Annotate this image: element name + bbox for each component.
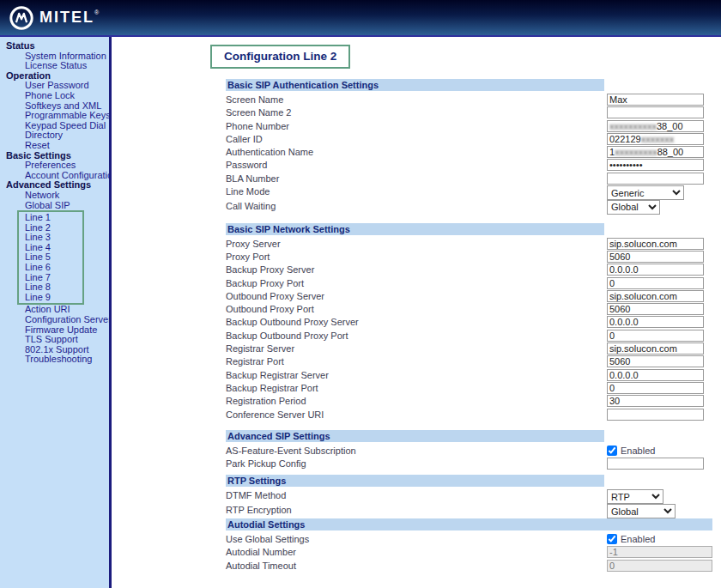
field-control-screen-name-2: [607, 106, 704, 118]
field-label-registration-period: Registration Period: [226, 396, 306, 406]
sidebar-item-phone-lock[interactable]: Phone Lock: [0, 91, 109, 101]
field-row-backup-proxy-port: Backup Proxy Port: [226, 277, 712, 290]
field-row-registrar-server: Registrar Server: [226, 342, 712, 355]
field-control-bla-number: [607, 173, 704, 185]
sidebar-item-troubleshooting[interactable]: Troubleshooting: [0, 355, 109, 365]
field-control-proxy-server: [607, 238, 704, 250]
app-header: MITEL ®: [0, 0, 721, 37]
field-control-phone-number: xxxxxxxxxx38_00: [607, 120, 704, 134]
sidebar-nav: StatusSystem InformationLicense StatusOp…: [0, 37, 112, 588]
sidebar-item-configuration-server[interactable]: Configuration Server: [0, 315, 109, 325]
line-mode-select[interactable]: Generic: [607, 185, 684, 200]
field-label-outbound-proxy-server: Outbound Proxy Server: [226, 291, 324, 301]
field-label-autodial-number: Autodial Number: [226, 547, 296, 557]
field-label-line-mode: Line Mode: [226, 186, 270, 197]
field-label-phone-number: Phone Number: [226, 121, 289, 131]
field-row-backup-proxy-server: Backup Proxy Server: [226, 264, 712, 276]
caller-id-input[interactable]: 022129xxxxxxx: [607, 133, 704, 145]
registrar-port-input[interactable]: [607, 355, 704, 367]
backup-outbound-proxy-port-input[interactable]: [607, 330, 704, 342]
field-row-park-pickup-config: Park Pickup Config: [226, 458, 712, 470]
visible-text: 38_00: [657, 121, 683, 131]
outbound-proxy-port-input[interactable]: [607, 303, 704, 315]
screen-name-input[interactable]: [607, 94, 704, 106]
field-label-park-pickup-config: Park Pickup Config: [226, 458, 306, 469]
settings-form: Basic SIP Authentication SettingsScreen …: [226, 79, 712, 573]
mitel-logo-icon: [9, 5, 34, 31]
field-control-outbound-proxy-port: [607, 303, 704, 315]
field-label-as-feature-event-subscription: AS-Feature-Event Subscription: [226, 446, 356, 456]
screen-name-2-input[interactable]: [607, 106, 704, 118]
password-input[interactable]: [607, 159, 704, 171]
field-control-backup-registrar-server: [607, 369, 704, 381]
field-row-rtp-encryption: RTP EncryptionGlobal: [226, 504, 712, 518]
field-label-password: Password: [226, 160, 267, 170]
registration-period-input[interactable]: [607, 395, 704, 407]
field-control-backup-outbound-proxy-port: [607, 330, 704, 342]
field-control-authentication-name: 1xxxxxxxxx88_00: [607, 146, 704, 160]
field-row-backup-registrar-server: Backup Registrar Server: [226, 369, 712, 382]
brand-text: MITEL: [39, 9, 94, 27]
proxy-server-input[interactable]: [607, 238, 704, 250]
field-row-conference-server-uri: Conference Server URI: [226, 409, 712, 421]
phone-number-input[interactable]: xxxxxxxxxx38_00: [607, 120, 704, 132]
field-control-line-mode: Generic: [607, 185, 684, 200]
backup-registrar-port-input[interactable]: [607, 382, 704, 394]
field-control-call-waiting: Global: [607, 200, 660, 215]
backup-registrar-server-input[interactable]: [607, 369, 704, 381]
backup-proxy-server-input[interactable]: [607, 264, 704, 276]
field-control-backup-proxy-server: [607, 264, 704, 276]
sidebar-item-line-1[interactable]: Line 1: [19, 213, 82, 223]
sidebar-item-global-sip[interactable]: Global SIP: [0, 201, 109, 211]
sidebar-item-line-9[interactable]: Line 9: [19, 293, 82, 303]
bla-number-input[interactable]: [607, 173, 704, 185]
field-control-conference-server-uri: [607, 409, 704, 421]
field-control-backup-registrar-port: [607, 382, 704, 394]
main-content: Configuration Line 2 Basic SIP Authentic…: [112, 37, 721, 588]
registrar-server-input[interactable]: [607, 342, 704, 355]
sidebar-item-reset[interactable]: Reset: [0, 141, 109, 151]
field-control-use-global-settings: Enabled: [607, 533, 655, 544]
sidebar-item-line-6[interactable]: Line 6: [19, 263, 82, 273]
as-feature-event-subscription-checkbox[interactable]: [607, 446, 617, 456]
use-global-settings-checkbox[interactable]: [607, 534, 617, 544]
conference-server-uri-input[interactable]: [607, 409, 704, 421]
sidebar-item-directory[interactable]: Directory: [0, 130, 109, 141]
backup-outbound-proxy-server-input[interactable]: [607, 316, 704, 328]
field-row-screen-name: Screen Name: [226, 94, 712, 106]
field-row-outbound-proxy-port: Outbound Proxy Port: [226, 303, 712, 316]
form-section-autodial-settings: Autodial SettingsUse Global SettingsEnab…: [226, 518, 712, 573]
rtp-encryption-select[interactable]: Global: [607, 504, 676, 518]
field-control-backup-outbound-proxy-server: [607, 316, 704, 328]
field-label-conference-server-uri: Conference Server URI: [226, 409, 324, 420]
field-label-dtmf-method: DTMF Method: [226, 490, 286, 500]
field-control-registration-period: [607, 395, 704, 407]
field-label-backup-outbound-proxy-port: Backup Outbound Proxy Port: [226, 330, 348, 341]
as-feature-event-subscription-checkbox-label: Enabled: [621, 446, 655, 456]
sidebar-item-programmable-keys[interactable]: Programmable Keys: [0, 111, 109, 121]
field-label-proxy-server: Proxy Server: [226, 239, 281, 249]
dtmf-method-select[interactable]: RTP: [607, 489, 663, 504]
authentication-name-input[interactable]: 1xxxxxxxxx88_00: [607, 146, 704, 158]
nav-section-status: Status: [0, 41, 109, 52]
backup-proxy-port-input[interactable]: [607, 277, 704, 289]
field-label-backup-outbound-proxy-server: Backup Outbound Proxy Server: [226, 317, 359, 327]
call-waiting-select[interactable]: Global: [607, 200, 660, 215]
form-section-basic-sip-authentication-settings: Basic SIP Authentication SettingsScreen …: [226, 79, 712, 215]
field-row-autodial-timeout: Autodial Timeout: [226, 560, 712, 573]
autodial-timeout-input: [607, 560, 712, 572]
sidebar-item-preferences[interactable]: Preferences: [0, 161, 109, 171]
field-row-authentication-name: Authentication Name1xxxxxxxxx88_00: [226, 146, 712, 159]
field-control-registrar-server: [607, 342, 704, 355]
redacted-text: xxxxxxxxxx: [609, 121, 657, 131]
redacted-text: xxxxxxx: [641, 134, 675, 144]
field-label-backup-proxy-port: Backup Proxy Port: [226, 278, 304, 288]
field-label-authentication-name: Authentication Name: [226, 147, 313, 157]
section-header-rtp-settings: RTP Settings: [226, 475, 604, 487]
form-section-basic-sip-network-settings: Basic SIP Network SettingsProxy ServerPr…: [226, 223, 712, 421]
outbound-proxy-server-input[interactable]: [607, 290, 704, 302]
park-pickup-config-input[interactable]: [607, 458, 704, 470]
proxy-port-input[interactable]: [607, 251, 704, 263]
field-label-rtp-encryption: RTP Encryption: [226, 505, 292, 515]
sidebar-item-network[interactable]: Network: [0, 191, 109, 201]
